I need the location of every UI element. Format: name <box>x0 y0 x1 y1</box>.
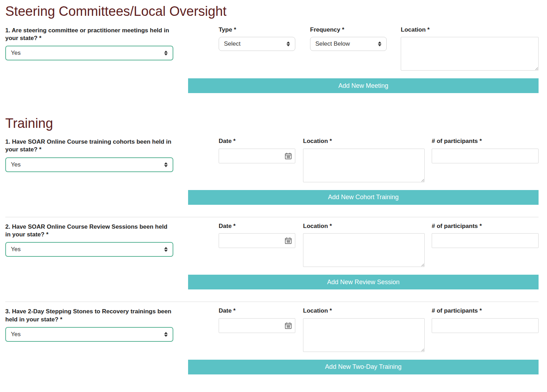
add-new-review-session-button[interactable]: Add New Review Session <box>188 275 539 289</box>
calendar-icon[interactable] <box>285 152 292 159</box>
steering-question-row: 1. Are steering committee or practitione… <box>5 27 539 71</box>
date-input[interactable] <box>219 149 295 163</box>
training-question-3-fields: Date * Loc <box>219 308 539 352</box>
up-down-arrows-icon <box>287 41 290 46</box>
training-question-2-row: 2. Have SOAR Online Course Review Sessio… <box>5 223 539 267</box>
participants-input[interactable] <box>432 149 539 163</box>
location-field: Location * <box>303 138 425 182</box>
participants-field: # of participants * <box>432 223 539 248</box>
location-label: Location * <box>401 27 539 33</box>
steering-question-label: 1. Are steering committee or practitione… <box>5 27 173 43</box>
location-field: Location * <box>303 223 425 267</box>
select-value: Yes <box>11 161 164 168</box>
add-new-cohort-training-button[interactable]: Add New Cohort Training <box>188 190 539 205</box>
steering-fields-row: Type * Select Frequency * Select Below <box>219 27 539 71</box>
select-value: Select Below <box>315 40 378 47</box>
training-section-title: Training <box>5 116 539 132</box>
location-textarea[interactable] <box>303 149 425 182</box>
date-label: Date * <box>219 138 295 145</box>
frequency-label: Frequency * <box>310 27 387 33</box>
type-field: Type * Select <box>219 27 295 51</box>
calendar-icon[interactable] <box>285 237 292 244</box>
date-label: Date * <box>219 223 295 230</box>
training-question-3-column: 3. Have 2-Day Stepping Stones to Recover… <box>5 308 173 342</box>
participants-field: # of participants * <box>432 138 539 163</box>
participants-label: # of participants * <box>432 308 539 314</box>
date-field: Date * <box>219 308 295 333</box>
participants-input[interactable] <box>432 233 539 248</box>
location-textarea[interactable] <box>303 318 425 352</box>
steering-section-title: Steering Committees/Local Oversight <box>5 4 539 20</box>
training-question-2-fields: Date * Loc <box>219 223 539 267</box>
date-input[interactable] <box>219 318 295 333</box>
section-divider <box>5 217 539 217</box>
frequency-select[interactable]: Select Below <box>310 37 387 51</box>
up-down-arrows-icon <box>164 332 168 337</box>
training-question-1-row: 1. Have SOAR Online Course training coho… <box>5 138 539 182</box>
training-question-1-fields: Date * Loc <box>219 138 539 182</box>
date-field: Date * <box>219 138 295 163</box>
participants-label: # of participants * <box>432 223 539 230</box>
steering-question-column: 1. Are steering committee or practitione… <box>5 27 173 61</box>
add-new-meeting-button[interactable]: Add New Meeting <box>188 78 539 93</box>
location-field: Location * <box>303 308 425 352</box>
location-textarea[interactable] <box>303 233 425 267</box>
location-field: Location * <box>401 27 539 71</box>
up-down-arrows-icon <box>378 41 381 46</box>
date-input[interactable] <box>219 233 295 248</box>
type-label: Type * <box>219 27 295 33</box>
training-question-3-row: 3. Have 2-Day Stepping Stones to Recover… <box>5 308 539 352</box>
steering-question-select[interactable]: Yes <box>5 46 173 60</box>
up-down-arrows-icon <box>164 162 168 167</box>
type-select[interactable]: Select <box>219 37 295 51</box>
participants-field: # of participants * <box>432 308 539 333</box>
location-label: Location * <box>303 223 425 230</box>
calendar-icon[interactable] <box>285 322 292 329</box>
location-label: Location * <box>303 138 425 145</box>
date-label: Date * <box>219 308 295 314</box>
date-field: Date * <box>219 223 295 248</box>
select-value: Yes <box>11 331 164 338</box>
location-label: Location * <box>303 308 425 314</box>
training-question-1-select[interactable]: Yes <box>5 157 173 172</box>
section-divider <box>5 301 539 302</box>
training-question-3-select[interactable]: Yes <box>5 327 173 342</box>
participants-label: # of participants * <box>432 138 539 145</box>
up-down-arrows-icon <box>164 247 168 252</box>
participants-input[interactable] <box>432 318 539 333</box>
training-question-1-column: 1. Have SOAR Online Course training coho… <box>5 138 173 172</box>
training-question-2-label: 2. Have SOAR Online Course Review Sessio… <box>5 223 173 239</box>
training-question-2-column: 2. Have SOAR Online Course Review Sessio… <box>5 223 173 257</box>
select-value: Yes <box>11 246 164 253</box>
up-down-arrows-icon <box>164 51 168 55</box>
training-question-3-label: 3. Have 2-Day Stepping Stones to Recover… <box>5 308 173 324</box>
select-value: Select <box>224 40 287 47</box>
select-value: Yes <box>11 50 164 57</box>
location-textarea[interactable] <box>401 37 539 71</box>
frequency-field: Frequency * Select Below <box>310 27 387 51</box>
form-page: Steering Committees/Local Oversight 1. A… <box>0 0 547 388</box>
training-question-2-select[interactable]: Yes <box>5 242 173 257</box>
training-question-1-label: 1. Have SOAR Online Course training coho… <box>5 138 173 154</box>
add-new-two-day-training-button[interactable]: Add New Two-Day Training <box>188 360 539 374</box>
